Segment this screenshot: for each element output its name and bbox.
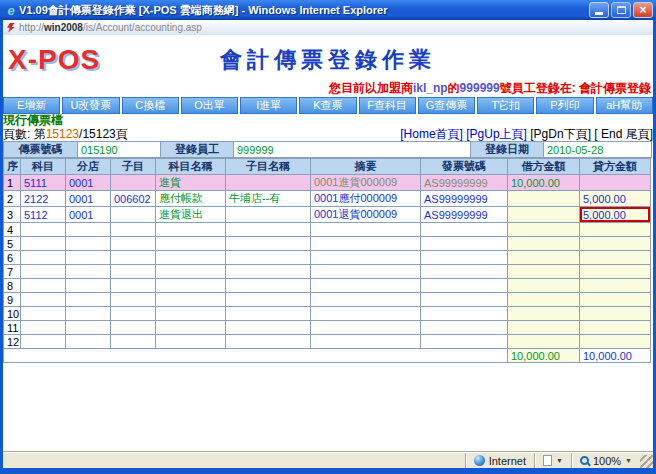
grid-cell[interactable] xyxy=(580,293,651,307)
zoom-control[interactable]: 100% ▼ xyxy=(571,453,640,468)
grid-cell[interactable] xyxy=(156,251,226,265)
toolbar-button-other-deduction[interactable]: T它扣 xyxy=(477,97,534,114)
grid-cell[interactable] xyxy=(21,223,66,237)
grid-cell[interactable] xyxy=(311,307,421,321)
grid-cell[interactable] xyxy=(156,223,226,237)
grid-cell[interactable]: AS99999999 xyxy=(421,207,508,223)
grid-cell[interactable] xyxy=(508,279,580,293)
grid-cell[interactable] xyxy=(21,237,66,251)
nav-end-link[interactable]: [ End 尾頁] xyxy=(594,127,653,141)
toolbar-button-purchase-order[interactable]: I進單 xyxy=(240,97,297,114)
grid-cell[interactable] xyxy=(226,237,311,251)
grid-cell[interactable] xyxy=(21,265,66,279)
toolbar-button-query-voucher[interactable]: G查傳票 xyxy=(418,97,475,114)
grid-cell[interactable] xyxy=(66,335,111,349)
grid-cell[interactable] xyxy=(111,279,156,293)
grid-cell[interactable] xyxy=(421,335,508,349)
grid-cell[interactable] xyxy=(508,321,580,335)
grid-cell[interactable] xyxy=(226,293,311,307)
grid-cell[interactable] xyxy=(111,307,156,321)
nav-home-link[interactable]: [Home首頁] xyxy=(400,127,463,141)
toolbar-button-query-account[interactable]: F查科目 xyxy=(359,97,416,114)
grid-cell[interactable] xyxy=(421,251,508,265)
grid-cell[interactable] xyxy=(156,335,226,349)
close-button[interactable]: × xyxy=(633,2,653,18)
voucher-no-field[interactable]: 015190 xyxy=(78,142,161,158)
grid-cell[interactable] xyxy=(311,265,421,279)
grid-cell[interactable]: 1 xyxy=(4,175,21,191)
grid-cell[interactable] xyxy=(156,279,226,293)
grid-cell[interactable] xyxy=(421,223,508,237)
employee-field[interactable]: 999999 xyxy=(234,142,471,158)
grid-cell[interactable] xyxy=(421,237,508,251)
grid-cell[interactable] xyxy=(580,237,651,251)
grid-cell[interactable]: 進貨退出 xyxy=(156,207,226,223)
grid-cell[interactable] xyxy=(156,293,226,307)
grid-cell[interactable] xyxy=(66,279,111,293)
grid-cell[interactable] xyxy=(111,207,156,223)
grid-cell[interactable] xyxy=(66,265,111,279)
grid-cell[interactable]: 8 xyxy=(4,279,21,293)
grid-cell[interactable] xyxy=(226,175,311,191)
grid-cell[interactable] xyxy=(111,265,156,279)
grid-cell[interactable] xyxy=(111,237,156,251)
grid-cell[interactable]: 3 xyxy=(4,207,21,223)
grid-cell[interactable] xyxy=(226,207,311,223)
grid-cell[interactable] xyxy=(21,251,66,265)
grid-cell[interactable]: 006602 xyxy=(111,191,156,207)
grid-cell[interactable] xyxy=(508,237,580,251)
toolbar-button-edit-invoice[interactable]: U改發票 xyxy=(62,97,119,114)
grid-cell[interactable] xyxy=(421,321,508,335)
grid-cell[interactable] xyxy=(508,293,580,307)
address-bar[interactable]: http://win2008/is/Account/accounting.asp xyxy=(3,20,653,36)
grid-cell[interactable]: 5112 xyxy=(21,207,66,223)
grid-cell[interactable] xyxy=(580,307,651,321)
grid-cell[interactable]: 5 xyxy=(4,237,21,251)
grid-cell[interactable] xyxy=(111,335,156,349)
grid-cell[interactable] xyxy=(580,321,651,335)
grid-cell[interactable] xyxy=(226,223,311,237)
nav-pgup-link[interactable]: [PgUp上頁] xyxy=(466,127,527,141)
grid-cell[interactable] xyxy=(66,251,111,265)
grid-cell[interactable]: 10,000.00 xyxy=(508,175,580,191)
grid-cell[interactable] xyxy=(311,223,421,237)
grid-cell[interactable] xyxy=(508,251,580,265)
grid-cell[interactable] xyxy=(66,223,111,237)
grid-cell[interactable] xyxy=(21,335,66,349)
grid-cell[interactable]: 2 xyxy=(4,191,21,207)
toolbar-button-add[interactable]: E增新 xyxy=(3,97,60,114)
grid-cell[interactable] xyxy=(226,251,311,265)
grid-cell[interactable] xyxy=(66,307,111,321)
protected-mode-control[interactable]: ▼ xyxy=(534,453,571,468)
grid-cell[interactable] xyxy=(66,237,111,251)
grid-cell[interactable] xyxy=(156,307,226,321)
grid-cell[interactable] xyxy=(21,293,66,307)
grid-cell[interactable] xyxy=(580,279,651,293)
grid-cell[interactable]: AS99999999 xyxy=(421,175,508,191)
nav-pgdn-link[interactable]: [PgDn下頁] xyxy=(530,127,591,141)
grid-cell[interactable] xyxy=(66,293,111,307)
toolbar-button-sales-order[interactable]: O出單 xyxy=(181,97,238,114)
grid-cell[interactable]: 5,000.00 xyxy=(580,191,651,207)
grid-cell[interactable] xyxy=(311,251,421,265)
grid-cell[interactable] xyxy=(21,321,66,335)
toolbar-button-help[interactable]: aH幫助 xyxy=(596,97,653,114)
grid-cell[interactable] xyxy=(111,251,156,265)
grid-cell[interactable] xyxy=(66,321,111,335)
grid-cell[interactable]: 0001 xyxy=(66,191,111,207)
grid-cell[interactable] xyxy=(421,307,508,321)
toolbar-button-switch-file[interactable]: C換檔 xyxy=(122,97,179,114)
grid-cell[interactable]: 2122 xyxy=(21,191,66,207)
grid-cell[interactable]: 10 xyxy=(4,307,21,321)
grid-cell[interactable] xyxy=(580,265,651,279)
grid-cell[interactable] xyxy=(156,321,226,335)
grid-cell[interactable] xyxy=(311,293,421,307)
grid-cell[interactable] xyxy=(311,237,421,251)
grid-cell[interactable]: 0001退貨000009 xyxy=(311,207,421,223)
toolbar-button-print[interactable]: P列印 xyxy=(536,97,593,114)
grid-cell[interactable] xyxy=(508,307,580,321)
grid-cell[interactable] xyxy=(111,293,156,307)
grid-cell[interactable]: 0001 xyxy=(66,175,111,191)
grid-cell[interactable]: 5,000.00 xyxy=(580,207,651,223)
grid-cell[interactable] xyxy=(508,223,580,237)
